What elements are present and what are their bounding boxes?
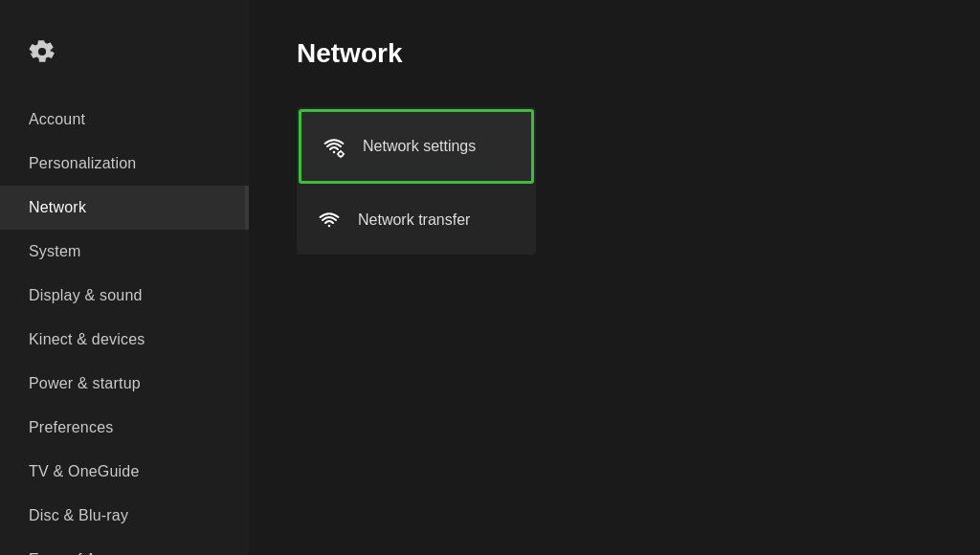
network-settings-label: Network settings (363, 138, 476, 155)
sidebar-nav: Account Personalization Network System D… (0, 98, 249, 555)
sidebar-item-display-sound[interactable]: Display & sound (0, 274, 249, 318)
network-menu-panel: Network settings Network transfer (297, 107, 536, 255)
sidebar-item-kinect-devices[interactable]: Kinect & devices (0, 318, 249, 362)
sidebar-item-tv-oneguide[interactable]: TV & OneGuide (0, 450, 249, 494)
sidebar: Account Personalization Network System D… (0, 0, 249, 555)
sidebar-item-ease-access[interactable]: Ease of Access (0, 538, 249, 555)
settings-gear-icon[interactable] (0, 29, 249, 98)
network-transfer-item[interactable]: Network transfer (297, 186, 536, 255)
sidebar-item-personalization[interactable]: Personalization (0, 142, 249, 186)
sidebar-item-system[interactable]: System (0, 230, 249, 274)
wifi-settings-icon (321, 133, 347, 160)
main-content: Network Network settings (249, 0, 980, 555)
sidebar-item-account[interactable]: Account (0, 98, 249, 142)
page-title: Network (297, 38, 932, 69)
wifi-transfer-icon (316, 207, 343, 233)
sidebar-item-disc-bluray[interactable]: Disc & Blu-ray (0, 494, 249, 538)
sidebar-item-power-startup[interactable]: Power & startup (0, 362, 249, 406)
sidebar-item-network[interactable]: Network (0, 186, 249, 230)
network-settings-item[interactable]: Network settings (299, 109, 534, 184)
network-transfer-label: Network transfer (358, 211, 470, 229)
sidebar-item-preferences[interactable]: Preferences (0, 406, 249, 450)
